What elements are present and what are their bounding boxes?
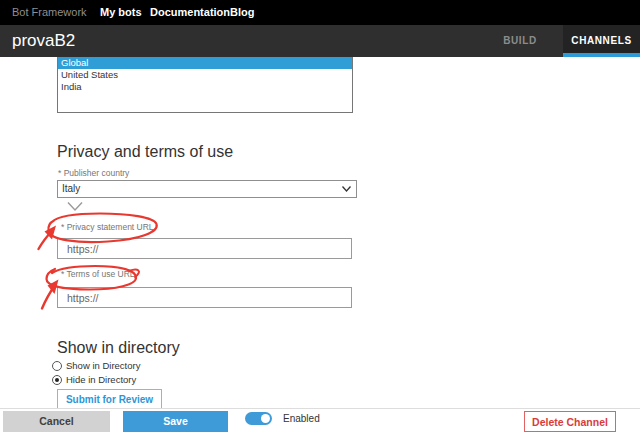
active-tab-underline — [563, 53, 640, 57]
enabled-toggle-label: Enabled — [283, 412, 320, 425]
cancel-button[interactable]: Cancel — [3, 411, 110, 432]
radio-selected-icon — [52, 375, 62, 385]
top-navbar: Bot Framework My bots Documentation Blog — [0, 0, 640, 25]
brand-link[interactable]: Bot Framework — [12, 0, 87, 25]
enabled-toggle[interactable] — [245, 412, 272, 425]
action-footer: Cancel Save Enabled Delete Channel — [0, 408, 640, 436]
list-item-india[interactable]: India — [58, 81, 352, 93]
publisher-country-label: * Publisher country — [58, 168, 129, 178]
privacy-section-heading: Privacy and terms of use — [57, 143, 233, 161]
bot-framework-channel-page: Bot Framework My bots Documentation Blog… — [0, 0, 640, 436]
terms-url-label: * Terms of use URL — [61, 269, 135, 279]
publisher-country-value: Italy — [62, 183, 80, 194]
toggle-knob — [261, 414, 270, 423]
nav-item-blog[interactable]: Blog — [230, 0, 254, 25]
bot-header-bar: provaB2 BUILD CHANNELS — [0, 25, 640, 57]
publisher-country-select[interactable]: Italy — [57, 180, 357, 198]
collapse-chevron-icon[interactable] — [67, 198, 83, 209]
list-item-united-states[interactable]: United States — [58, 69, 352, 81]
publisher-country-listbox[interactable]: Global United States India — [57, 57, 353, 113]
radio-unselected-icon — [52, 361, 62, 371]
radio-hide-label: Hide in Directory — [66, 374, 136, 386]
radio-show-label: Show in Directory — [66, 360, 140, 372]
directory-section-heading: Show in directory — [57, 339, 180, 357]
tab-build[interactable]: BUILD — [477, 25, 563, 57]
privacy-url-label: * Privacy statement URL — [61, 222, 154, 232]
nav-item-my-bots[interactable]: My bots — [100, 0, 142, 25]
terms-url-input[interactable] — [57, 287, 352, 308]
radio-dot — [55, 378, 59, 382]
save-button[interactable]: Save — [123, 411, 228, 432]
delete-channel-button[interactable]: Delete Channel — [524, 411, 616, 432]
select-chevron-down-icon — [342, 186, 351, 192]
list-item-global[interactable]: Global — [58, 57, 352, 69]
nav-item-documentation[interactable]: Documentation — [150, 0, 230, 25]
bot-name-title: provaB2 — [12, 25, 75, 57]
privacy-url-input[interactable] — [57, 238, 352, 259]
